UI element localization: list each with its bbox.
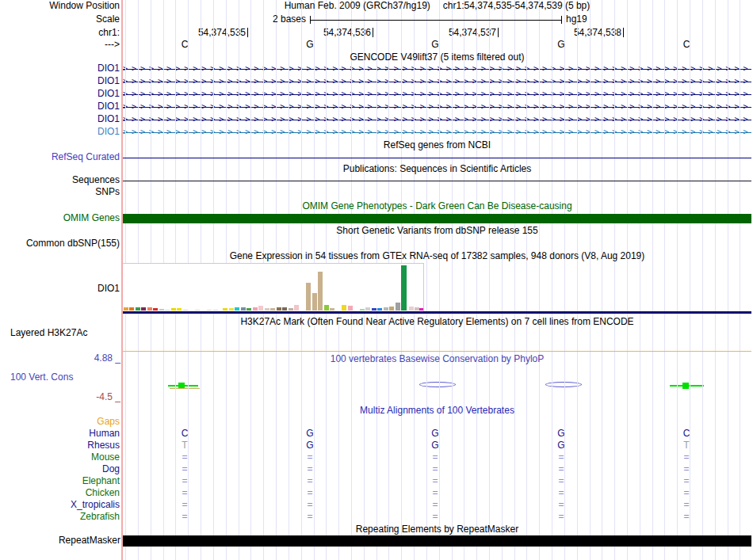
multiz-match-symbol: = [302,512,318,522]
refseq-track-title[interactable]: RefSeq genes from NCBI [123,140,751,150]
gtex-expression-bar[interactable] [409,307,414,310]
gtex-expression-bar[interactable] [312,293,317,310]
gtex-expression-bar[interactable] [129,307,134,310]
gtex-expression-bar[interactable] [419,308,423,310]
gtex-expression-bar[interactable] [258,306,263,310]
gtex-expression-bar[interactable] [372,308,376,310]
gtex-expression-bar[interactable] [342,305,346,310]
gtex-expression-bar[interactable] [229,308,234,310]
multiz-species-label-chicken[interactable]: Chicken [0,488,120,498]
gtex-expression-bar[interactable] [171,308,176,310]
repeatmasker-bar[interactable] [123,535,751,547]
gencode-row-label[interactable]: DIO1 [0,89,120,99]
gtex-expression-bar[interactable] [415,307,419,310]
gencode-track-title[interactable]: GENCODE V49lift37 (5 items filtered out) [123,52,751,63]
sequences-track-line[interactable] [123,181,751,181]
gtex-expression-bar[interactable] [147,307,152,310]
gencode-row-label[interactable]: DIO1 [0,114,120,124]
gtex-expression-bar[interactable] [318,272,323,310]
multiz-track-title[interactable]: Multiz Alignments of 100 Vertebrates [123,406,751,416]
cons-track-label[interactable]: 100 Vert. Cons [10,372,73,383]
omim-track-title[interactable]: OMIM Gene Phenotypes - Dark Green Can Be… [123,201,751,211]
gtex-expression-bar[interactable] [195,310,200,310]
refseq-curated-label[interactable]: RefSeq Curated [0,152,120,162]
gtex-expression-bar[interactable] [223,308,227,310]
gtex-expression-bar[interactable] [294,305,299,310]
multiz-species-label-zebrafish[interactable]: Zebrafish [0,512,120,522]
base-letter: G [553,40,569,50]
cons-peak-line[interactable] [168,385,198,387]
omim-genes-label[interactable]: OMIM Genes [0,213,120,223]
gtex-expression-bar[interactable] [270,308,275,310]
gridline [514,0,515,560]
gencode-transcript-line[interactable] [123,82,751,82]
repeatmasker-label[interactable]: RepeatMasker [0,535,120,546]
gtex-gene-model-line[interactable] [123,311,751,314]
snps-label[interactable]: SNPs [0,187,120,197]
gtex-expression-bar[interactable] [247,308,251,310]
gencode-row-label[interactable]: DIO1 [0,76,120,86]
sequences-label[interactable]: Sequences [0,175,120,185]
gtex-expression-bar[interactable] [165,310,170,310]
gtex-expression-bar[interactable] [360,309,365,310]
gtex-track-title[interactable]: Gene Expression in 54 tissues from GTEx … [123,251,751,261]
gtex-expression-bar[interactable] [396,303,400,310]
gtex-expression-bar[interactable] [235,307,239,310]
gtex-expression-bar[interactable] [253,307,258,310]
multiz-species-label-mouse[interactable]: Mouse [0,452,120,463]
gtex-expression-bar[interactable] [384,307,388,310]
publications-track-title[interactable]: Publications: Sequences in Scientific Ar… [123,164,751,174]
gtex-expression-bar[interactable] [365,307,370,310]
gtex-expression-bar[interactable] [389,307,394,310]
omim-genes-bar[interactable] [123,214,751,223]
gtex-expression-bar[interactable] [289,308,293,310]
gtex-expression-bar[interactable] [136,307,140,310]
gencode-transcript-line[interactable] [123,69,751,70]
multiz-species-label-human[interactable]: Human [0,429,120,439]
gtex-expression-bar[interactable] [330,308,334,310]
layered-h3k27ac-label[interactable]: Layered H3K27Ac [10,328,87,338]
gtex-expression-bar[interactable] [282,307,287,310]
gtex-expression-bar[interactable] [153,308,158,310]
gencode-row-label[interactable]: DIO1 [0,101,120,112]
gtex-expression-bar[interactable] [306,283,311,310]
gtex-expression-bar[interactable] [265,308,269,310]
gtex-expression-bar[interactable] [241,307,246,310]
cons-peak-line[interactable] [670,385,704,387]
gtex-expression-bar[interactable] [124,307,128,310]
multiz-species-label-gaps[interactable]: Gaps [0,417,120,427]
gtex-expression-bar[interactable] [324,305,329,310]
gtex-expression-bar[interactable] [141,307,146,310]
cons-track-title[interactable]: 100 vertebrates Basewise Conservation by… [123,354,751,364]
multiz-species-label-elephant[interactable]: Elephant [0,476,120,486]
gtex-expression-bar[interactable] [277,307,281,310]
cons-lens-glyph[interactable] [419,382,456,387]
gtex-expression-bar[interactable] [183,310,188,310]
gencode-row-label[interactable]: DIO1 [0,63,120,74]
multiz-species-label-dog[interactable]: Dog [0,464,120,474]
dbsnp-track-title[interactable]: Short Genetic Variants from dbSNP releas… [123,226,751,236]
gridline [677,0,678,560]
h3k27ac-track-title[interactable]: H3K27Ac Mark (Often Found Near Active Re… [123,317,751,327]
gencode-transcript-line[interactable] [123,94,751,95]
gencode-transcript-line[interactable] [123,120,751,120]
h3k27ac-baseline[interactable] [123,351,751,352]
gtex-expression-bar[interactable] [348,306,353,310]
gtex-expression-bar[interactable] [377,308,382,310]
multiz-species-label-x_tropicalis[interactable]: X_tropicalis [0,500,120,510]
gtex-expression-bar[interactable] [207,310,212,310]
gencode-transcript-line[interactable] [123,132,751,133]
gtex-expression-bar[interactable] [213,310,218,310]
refseq-curated-track-line[interactable] [123,158,751,158]
repeatmasker-track-title[interactable]: Repeating Elements by RepeatMasker [123,524,751,535]
gtex-expression-bar[interactable] [177,308,182,310]
gtex-expression-bar[interactable] [401,265,407,310]
multiz-species-label-rhesus[interactable]: Rhesus [0,440,120,451]
gtex-expression-bar[interactable] [159,309,164,310]
gtex-gene-label[interactable]: DIO1 [0,284,120,294]
gtex-chart-box[interactable] [123,263,424,311]
gencode-row-label[interactable]: DIO1 [0,127,120,137]
gencode-transcript-line[interactable] [123,107,751,108]
common-dbsnp-label[interactable]: Common dbSNP(155) [0,238,120,249]
gridline [439,0,440,560]
